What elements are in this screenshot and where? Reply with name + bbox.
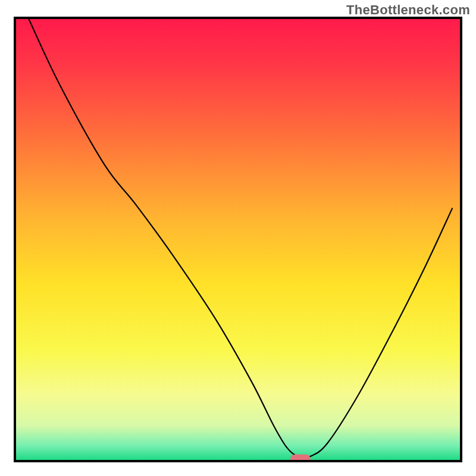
chart-svg [0,0,476,476]
watermark-text: TheBottleneck.com [346,2,470,18]
chart-container: TheBottleneck.com [0,0,476,476]
gradient-background [15,18,461,461]
